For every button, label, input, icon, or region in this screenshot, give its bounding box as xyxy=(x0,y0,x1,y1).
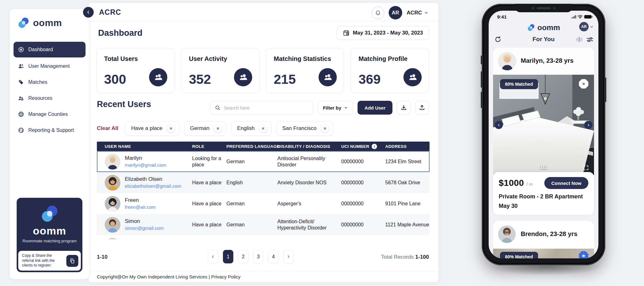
table-row[interactable]: Marilyn marilyn@gmail.com Looking for a … xyxy=(97,151,430,172)
close-icon[interactable]: ✕ xyxy=(259,124,267,132)
filter-chip[interactable]: Have a place ✕ xyxy=(125,121,179,136)
photo-prev-button[interactable] xyxy=(495,121,503,129)
download-button[interactable] xyxy=(397,101,411,115)
stage: ACRC AR ACRC Dashboard xyxy=(0,0,644,286)
top-bar: ACRC AR ACRC xyxy=(88,3,438,21)
cards-view-icon[interactable] xyxy=(576,37,583,42)
close-icon[interactable]: ✕ xyxy=(167,124,175,132)
sidebar-item-manage-counties[interactable]: Manage Counties xyxy=(14,108,86,121)
table-row[interactable]: Simon simon@gmail.com Have a place Germa… xyxy=(97,214,430,235)
photo-next-button[interactable] xyxy=(584,121,592,129)
page-button[interactable]: 3 xyxy=(253,250,264,263)
email-link[interactable]: elizabetholsen@gmail.com xyxy=(125,183,181,189)
users-stat-icon xyxy=(234,68,252,86)
info-icon[interactable]: i xyxy=(372,144,377,149)
listing-title: Private Room - 2 BR Apartment xyxy=(499,193,588,200)
clear-all-filters[interactable]: Clear All xyxy=(97,125,118,132)
date-range-label: May 31, 2023 - May 30, 2023 xyxy=(353,30,423,36)
status-bar: 9:41 xyxy=(489,11,598,23)
favorite-star-icon[interactable]: ★ xyxy=(579,79,588,89)
sidebar: oomm Dashboard User Management Matches xyxy=(9,9,90,279)
sidebar-nav: Dashboard User Management Matches Resour… xyxy=(14,42,86,140)
table-header: USER NAME ROLE PREFERRED LANGUAGE DISABI… xyxy=(97,142,430,151)
notifications-button[interactable] xyxy=(372,7,384,19)
listing-date: May 30 xyxy=(499,203,588,209)
chevron-left-icon xyxy=(211,255,215,259)
page-button[interactable]: 4 xyxy=(268,250,279,263)
copy-referral-button[interactable] xyxy=(66,255,78,267)
match-badge: 80% Matched xyxy=(500,79,538,89)
close-icon[interactable]: ✕ xyxy=(321,124,329,132)
search-input[interactable] xyxy=(224,105,308,111)
org-switcher[interactable]: ACRC xyxy=(407,10,428,16)
stat-card-total-users: Total Users 300 xyxy=(96,48,175,93)
connect-now-button[interactable]: Connect Now xyxy=(544,177,588,189)
back-icon xyxy=(86,10,91,14)
expand-icon[interactable] xyxy=(583,165,589,171)
favorite-star-icon[interactable]: ★ xyxy=(579,251,588,258)
promo-tagline: Roommate matching program xyxy=(17,239,82,243)
promo-logo-text: oomm xyxy=(17,225,82,236)
profile-card[interactable]: Marilyn, 23-28 yrs xyxy=(493,48,594,175)
upload-button[interactable] xyxy=(415,101,429,115)
listing-price: $1000 xyxy=(499,178,524,188)
table-row[interactable]: Freen freen@air.com Have a place German … xyxy=(97,193,430,214)
avatar xyxy=(105,154,120,170)
add-user-button[interactable]: Add User xyxy=(358,101,392,115)
email-link[interactable]: freen@air.com xyxy=(125,204,156,210)
filter-chip[interactable]: San Francisco ✕ xyxy=(276,121,333,136)
table-row[interactable]: Elizabeth Olsen elizabetholsen@gmail.com… xyxy=(97,172,430,193)
col-disability-diagnosis: DISABILITY / DIAGNOSIS xyxy=(277,142,330,151)
stat-card-user-activity: User Activity 352 xyxy=(181,48,259,93)
sidebar-item-matches[interactable]: Matches xyxy=(14,76,86,89)
copyright-text: Copyright@On My Own Independent Living S… xyxy=(97,274,241,279)
filter-by-dropdown[interactable]: Filter by xyxy=(318,101,353,115)
pagination: 1 2 3 4 xyxy=(208,250,294,263)
page-context-title: ACRC xyxy=(99,8,121,17)
privacy-policy-link[interactable]: Privacy Policy xyxy=(211,274,240,279)
footer-divider xyxy=(88,271,438,271)
avatar xyxy=(105,175,120,191)
filter-chip[interactable]: English ✕ xyxy=(231,121,271,136)
sidebar-item-dashboard[interactable]: Dashboard xyxy=(14,42,86,57)
resources-icon xyxy=(18,95,24,101)
phone-mockup: 9:41 oomm AR xyxy=(482,4,605,265)
chevron-right-icon xyxy=(286,255,291,259)
sidebar-item-reporting-support[interactable]: Reporting & Support xyxy=(14,124,86,137)
status-time: 9:41 xyxy=(497,14,507,19)
col-preferred-language: PREFERRED LANGUAGE xyxy=(226,142,280,151)
referral-promo-card: oomm Roommate matching program Copy & Sh… xyxy=(17,198,82,272)
price-unit: / m xyxy=(526,182,532,187)
phone-account-menu[interactable]: AR xyxy=(579,22,593,31)
table-row[interactable] xyxy=(97,235,430,239)
back-button[interactable] xyxy=(83,7,94,18)
search-icon xyxy=(215,105,221,111)
avatar xyxy=(105,238,120,240)
phone-screen: 9:41 oomm AR xyxy=(489,11,598,258)
match-badge: 80% Matched xyxy=(500,252,538,258)
close-icon[interactable]: ✕ xyxy=(214,124,222,132)
page-button[interactable]: 1 xyxy=(223,250,233,263)
referral-text: Copy & Share the referral link with the … xyxy=(22,253,64,268)
stat-card-matching-statistics: Matching Statistics 215 xyxy=(266,48,344,93)
avatar[interactable]: AR xyxy=(389,6,402,19)
bell-icon xyxy=(375,10,381,16)
next-page-button[interactable] xyxy=(283,250,294,263)
users-stat-icon xyxy=(403,68,422,86)
email-link[interactable]: marilyn@gmail.com xyxy=(125,162,166,168)
sidebar-item-user-management[interactable]: User Management xyxy=(14,60,86,73)
filter-sliders-icon[interactable] xyxy=(586,36,593,43)
date-range-picker[interactable]: May 31, 2023 - May 30, 2023 xyxy=(337,26,429,40)
filter-chip[interactable]: German ✕ xyxy=(184,121,226,136)
profile-name: Marilyn, 23-28 yrs xyxy=(521,57,574,64)
prev-page-button[interactable] xyxy=(208,250,218,263)
signal-icon xyxy=(572,15,576,19)
recent-users-table: USER NAME ROLE PREFERRED LANGUAGE DISABI… xyxy=(97,142,430,239)
profile-card[interactable]: Brendon, 23-28 yrs 80% Matched ★ xyxy=(493,221,594,258)
sidebar-item-resources[interactable]: Resources xyxy=(14,92,86,105)
page-button[interactable]: 2 xyxy=(238,250,248,263)
reporting-support-icon xyxy=(18,127,24,133)
user-management-icon xyxy=(18,63,24,69)
chevron-down-icon xyxy=(590,25,593,29)
email-link[interactable]: simon@gmail.com xyxy=(125,225,164,231)
